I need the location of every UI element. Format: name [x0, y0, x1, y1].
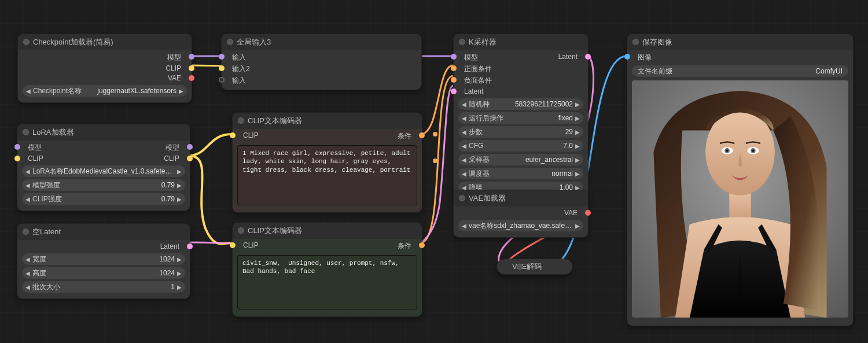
input-positive[interactable]: 正面条件 — [454, 64, 498, 75]
widget-width[interactable]: ◀ 宽度 1024 ▶ — [22, 253, 185, 265]
node-vae-decode[interactable]: VAE解码 — [496, 259, 573, 275]
widget-seed[interactable]: ◀随机种583296211725002▶ — [458, 98, 583, 110]
widget-clip-strength[interactable]: ◀ CLIP强度 0.79 ▶ — [22, 193, 185, 205]
output-vae[interactable]: VAE — [160, 73, 192, 83]
input-3[interactable]: 输入 — [222, 75, 256, 86]
input-negative[interactable]: 负面条件 — [454, 75, 498, 86]
node-title[interactable]: 保存图像 — [627, 34, 853, 50]
output-model[interactable]: 模型 — [160, 52, 192, 63]
svg-point-0 — [433, 132, 437, 137]
widget-cfg[interactable]: ◀CFG7.0▶ — [458, 140, 583, 152]
output-model[interactable]: 模型 — [158, 142, 190, 153]
node-title[interactable]: 全局输入3 — [222, 34, 421, 50]
output-conditioning[interactable]: 条件 — [392, 131, 422, 142]
output-clip[interactable]: CLIP — [158, 154, 190, 163]
prompt-text[interactable]: civit_snw, Unsigned, user, prompt, nsfw,… — [237, 255, 417, 309]
widget-sampler[interactable]: ◀采样器euler_ancestral▶ — [458, 154, 583, 165]
node-title[interactable]: LoRA加载器 — [17, 124, 190, 141]
node-title[interactable]: VAE加载器 — [454, 190, 588, 206]
node-empty-latent[interactable]: 空Latent Latent ◀ 宽度 1024 ▶ ◀ 高度 1024 ▶ ◀… — [17, 223, 190, 299]
widget-vae-name[interactable]: ◀vae名称sdxl_zhamao_vae.safetensors▶ — [458, 220, 583, 231]
node-title[interactable]: 空Latent — [17, 224, 190, 240]
widget-steps[interactable]: ◀步数29▶ — [458, 126, 583, 138]
input-clip[interactable]: CLIP — [233, 131, 264, 140]
node-global-input-3[interactable]: 全局输入3 输入 输入2 输入 — [221, 34, 422, 90]
svg-point-1 — [433, 158, 437, 163]
widget-model-strength[interactable]: ◀ 模型强度 0.79 ▶ — [22, 179, 185, 191]
output-vae[interactable]: VAE — [558, 208, 588, 217]
widget-lora-name[interactable]: ◀ LoRA名称 EdobMedievalCastle_v1.0.safeten… — [22, 165, 185, 177]
input-1[interactable]: 输入 — [222, 52, 256, 63]
output-image-preview[interactable] — [632, 80, 848, 318]
svg-point-10 — [752, 150, 755, 152]
prompt-text[interactable]: 1 Mixed race girl, expressive, petite, a… — [237, 145, 417, 205]
input-clip[interactable]: CLIP — [233, 241, 264, 250]
svg-point-9 — [726, 150, 729, 152]
node-title[interactable]: CLIP文本编码器 — [233, 113, 422, 129]
widget-batch-size[interactable]: ◀ 批次大小 1 ▶ — [22, 281, 185, 293]
widget-height[interactable]: ◀ 高度 1024 ▶ — [22, 267, 185, 279]
node-ksampler[interactable]: K采样器 模型 正面条件 负面条件 Latent Latent ◀随机种5832… — [453, 34, 589, 200]
node-lora-loader[interactable]: LoRA加载器 模型 CLIP 模型 CLIP ◀ LoRA名称 EdobMed… — [17, 124, 190, 211]
node-title[interactable]: CLIP文本编码器 — [233, 223, 422, 239]
node-title[interactable]: Checkpoint加载器(简易) — [18, 34, 192, 50]
node-save-image[interactable]: 保存图像 图像 文件名前缀 ComfyUI — [627, 34, 854, 326]
input-latent[interactable]: Latent — [454, 87, 498, 96]
widget-scheduler[interactable]: ◀调度器normal▶ — [458, 168, 583, 179]
input-image[interactable]: 图像 — [627, 52, 657, 63]
node-clip-text-encode-positive[interactable]: CLIP文本编码器 CLIP 条件 1 Mixed race girl, exp… — [232, 112, 422, 213]
input-clip[interactable]: CLIP — [17, 154, 49, 163]
node-vae-loader[interactable]: VAE加载器 VAE ◀vae名称sdxl_zhamao_vae.safeten… — [453, 190, 589, 238]
node-clip-text-encode-negative[interactable]: CLIP文本编码器 CLIP 条件 civit_snw, Unsigned, u… — [232, 222, 422, 317]
widget-filename-prefix[interactable]: 文件名前缀 ComfyUI — [632, 65, 848, 77]
node-title[interactable]: VAE解码 — [512, 261, 542, 272]
node-title[interactable]: K采样器 — [454, 34, 588, 50]
widget-control-after[interactable]: ◀运行后操作fixed▶ — [458, 112, 583, 124]
widget-checkpoint-name[interactable]: ◀ Checkpoint名称 juggernautXL.safetensors … — [23, 85, 187, 97]
input-model[interactable]: 模型 — [17, 142, 49, 153]
input-model[interactable]: 模型 — [454, 52, 498, 63]
output-clip[interactable]: CLIP — [160, 64, 192, 73]
output-conditioning[interactable]: 条件 — [392, 241, 422, 252]
output-latent[interactable]: Latent — [155, 242, 190, 251]
node-checkpoint-loader[interactable]: Checkpoint加载器(简易) 模型 CLIP VAE ◀ Checkpoi… — [17, 34, 192, 103]
output-latent[interactable]: Latent — [553, 52, 588, 61]
input-2[interactable]: 输入2 — [222, 64, 256, 75]
